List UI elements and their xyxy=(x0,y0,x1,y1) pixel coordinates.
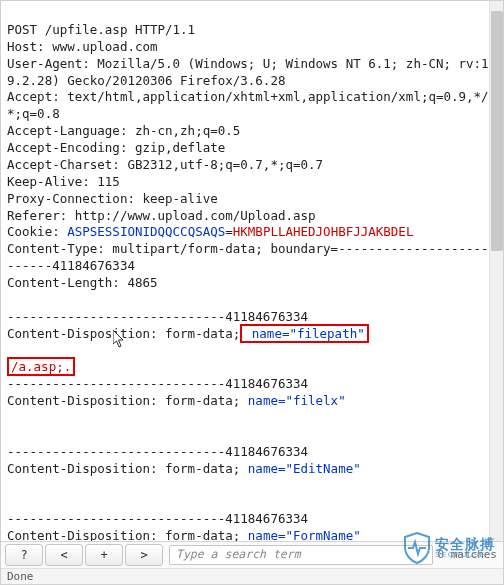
boundary-1: -----------------------------41184676334 xyxy=(7,309,308,324)
header-user-agent: User-Agent: Mozilla/5.0 (Windows; U; Win… xyxy=(7,56,496,88)
match-count-label: 0 matches xyxy=(437,548,497,563)
header-accept-charset: Accept-Charset: GB2312,utf-8;q=0.7,*;q=0… xyxy=(7,157,323,172)
header-content-type: Content-Type: multipart/form-data; bound… xyxy=(7,241,496,273)
search-input[interactable]: Type a search term xyxy=(169,545,433,565)
scrollbar-vertical[interactable] xyxy=(489,1,503,553)
boundary-4: -----------------------------41184676334 xyxy=(7,511,308,526)
cd-filelx-prefix: Content-Disposition: form-data; xyxy=(7,393,248,408)
request-line: POST /upfile.asp HTTP/1.1 xyxy=(7,22,195,37)
header-proxy-connection: Proxy-Connection: keep-alive xyxy=(7,191,218,206)
filelx-value: filelx xyxy=(293,393,338,408)
next-match-button[interactable]: > xyxy=(125,544,163,566)
help-button[interactable]: ? xyxy=(5,544,43,566)
name-kw-2: name=" xyxy=(248,461,293,476)
header-referer: Referer: http://www.upload.com/Upload.as… xyxy=(7,208,316,223)
boundary-2: -----------------------------41184676334 xyxy=(7,376,308,391)
highlight-name-filepath: name="filepath" xyxy=(240,324,368,343)
header-cookie-label: Cookie: xyxy=(7,224,67,239)
cd-editname-prefix: Content-Disposition: form-data; xyxy=(7,461,248,476)
header-content-length: Content-Length: 4865 xyxy=(7,275,158,290)
header-accept-language: Accept-Language: zh-cn,zh;q=0.5 xyxy=(7,123,240,138)
search-toolbar: ? < + > Type a search term 0 matches xyxy=(1,541,503,568)
cd-filepath-prefix: Content-Disposition: form-data; xyxy=(7,326,240,341)
status-text: Done xyxy=(7,570,34,583)
prev-match-button[interactable]: < xyxy=(45,544,83,566)
add-term-button[interactable]: + xyxy=(85,544,123,566)
highlight-payload: /a.asp;. xyxy=(7,357,75,376)
header-accept-encoding: Accept-Encoding: gzip,deflate xyxy=(7,140,225,155)
http-raw-view: POST /upfile.asp HTTP/1.1 Host: www.uplo… xyxy=(1,1,503,585)
name-kw-1: name=" xyxy=(248,393,293,408)
scrollbar-thumb[interactable] xyxy=(491,11,503,251)
boundary-3: -----------------------------41184676334 xyxy=(7,444,308,459)
editname-value: EditName xyxy=(293,461,353,476)
header-accept: Accept: text/html,application/xhtml+xml,… xyxy=(7,89,489,121)
window-frame: POST /upfile.asp HTTP/1.1 Host: www.uplo… xyxy=(0,0,504,585)
q2: " xyxy=(353,461,361,476)
q1: " xyxy=(338,393,346,408)
cookie-name: ASPSESSIONIDQQCCQSAQS xyxy=(67,224,225,239)
cookie-value: HKMBPLLAHEDJOHBFJJAKBDEL xyxy=(233,224,414,239)
header-keep-alive: Keep-Alive: 115 xyxy=(7,174,120,189)
status-bar: Done xyxy=(1,568,503,584)
header-host: Host: www.upload.com xyxy=(7,39,158,54)
